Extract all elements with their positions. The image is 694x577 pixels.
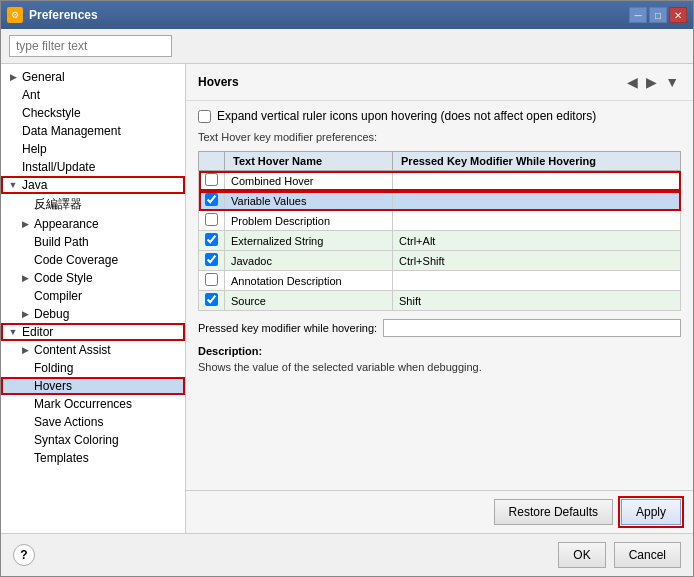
sidebar-item-java[interactable]: ▼ Java bbox=[1, 176, 185, 194]
sidebar-item-build-path[interactable]: Build Path bbox=[1, 233, 185, 251]
search-input[interactable] bbox=[9, 35, 172, 57]
sidebar-item-help[interactable]: Help bbox=[1, 140, 185, 158]
pressed-key-input[interactable] bbox=[383, 319, 681, 337]
sidebar-item-label: Appearance bbox=[34, 217, 99, 231]
title-bar: ⚙ Preferences ─ □ ✕ bbox=[1, 1, 693, 29]
sidebar-item-label: Folding bbox=[34, 361, 73, 375]
arrow-icon: ▶ bbox=[19, 273, 31, 283]
variable-values-name: Variable Values bbox=[225, 191, 393, 211]
expand-label: Expand vertical ruler icons upon hoverin… bbox=[217, 109, 596, 123]
hover-table-container: Text Hover Name Pressed Key Modifier Whi… bbox=[198, 151, 681, 311]
sidebar-item-save-actions[interactable]: Save Actions bbox=[1, 413, 185, 431]
arrow-icon: ▶ bbox=[19, 219, 31, 229]
sidebar-item-folding[interactable]: Folding bbox=[1, 359, 185, 377]
table-row: Source Shift bbox=[199, 291, 681, 311]
table-row: Externalized String Ctrl+Alt bbox=[199, 231, 681, 251]
sidebar-item-label: Compiler bbox=[34, 289, 82, 303]
sidebar-item-debug[interactable]: ▶ Debug bbox=[1, 305, 185, 323]
problem-desc-checkbox[interactable] bbox=[205, 213, 218, 226]
sidebar-item-label: Data Management bbox=[22, 124, 121, 138]
row-checkbox-cell bbox=[199, 291, 225, 311]
sidebar-item-label: Code Style bbox=[34, 271, 93, 285]
search-bar-area bbox=[1, 29, 693, 63]
sidebar-item-mark-occurrences[interactable]: Mark Occurrences bbox=[1, 395, 185, 413]
arrow-icon: ▶ bbox=[19, 345, 31, 355]
sidebar-item-syntax-coloring[interactable]: Syntax Coloring bbox=[1, 431, 185, 449]
text-hover-section-label: Text Hover key modifier preferences: bbox=[198, 131, 681, 143]
sidebar-item-label: Syntax Coloring bbox=[34, 433, 119, 447]
col-modifier-header: Pressed Key Modifier While Hovering bbox=[393, 152, 681, 171]
sidebar-item-label: Install/Update bbox=[22, 160, 95, 174]
maximize-button[interactable]: □ bbox=[649, 7, 667, 23]
annotation-desc-name: Annotation Description bbox=[225, 271, 393, 291]
sidebar-item-label: General bbox=[22, 70, 65, 84]
description-section: Description: Shows the value of the sele… bbox=[198, 345, 681, 373]
sidebar-item-hovers[interactable]: Hovers bbox=[1, 377, 185, 395]
combined-hover-checkbox[interactable] bbox=[205, 173, 218, 186]
row-checkbox-cell bbox=[199, 271, 225, 291]
nav-buttons: ◀ ▶ ▼ bbox=[625, 72, 681, 92]
externalized-string-checkbox[interactable] bbox=[205, 233, 218, 246]
ok-button[interactable]: OK bbox=[558, 542, 605, 568]
javadoc-modifier: Ctrl+Shift bbox=[393, 251, 681, 271]
minimize-button[interactable]: ─ bbox=[629, 7, 647, 23]
sidebar-item-data-management[interactable]: Data Management bbox=[1, 122, 185, 140]
window-icon: ⚙ bbox=[7, 7, 23, 23]
source-checkbox[interactable] bbox=[205, 293, 218, 306]
sidebar-item-editor[interactable]: ▼ Editor bbox=[1, 323, 185, 341]
source-modifier: Shift bbox=[393, 291, 681, 311]
javadoc-name: Javadoc bbox=[225, 251, 393, 271]
annotation-desc-modifier bbox=[393, 271, 681, 291]
sidebar-item-label: Build Path bbox=[34, 235, 89, 249]
sidebar-item-compiler[interactable]: Compiler bbox=[1, 287, 185, 305]
sidebar-item-label: Java bbox=[22, 178, 47, 192]
problem-desc-name: Problem Description bbox=[225, 211, 393, 231]
description-text: Shows the value of the selected variable… bbox=[198, 361, 681, 373]
sidebar-item-code-coverage[interactable]: Code Coverage bbox=[1, 251, 185, 269]
hover-table: Text Hover Name Pressed Key Modifier Whi… bbox=[198, 151, 681, 311]
row-checkbox-cell bbox=[199, 211, 225, 231]
sidebar-item-label: Ant bbox=[22, 88, 40, 102]
sidebar-tree: ▶ General Ant Checkstyle Data Management bbox=[1, 64, 186, 533]
cancel-button[interactable]: Cancel bbox=[614, 542, 681, 568]
restore-defaults-button[interactable]: Restore Defaults bbox=[494, 499, 613, 525]
table-row: Variable Values bbox=[199, 191, 681, 211]
sidebar-item-appearance[interactable]: ▶ Appearance bbox=[1, 215, 185, 233]
sidebar-item-label: Help bbox=[22, 142, 47, 156]
sidebar-item-ant[interactable]: Ant bbox=[1, 86, 185, 104]
sidebar-item-general[interactable]: ▶ General bbox=[1, 68, 185, 86]
sidebar-item-content-assist[interactable]: ▶ Content Assist bbox=[1, 341, 185, 359]
back-button[interactable]: ◀ bbox=[625, 72, 640, 92]
sidebar-item-label: Hovers bbox=[34, 379, 72, 393]
sidebar-item-label: Code Coverage bbox=[34, 253, 118, 267]
table-row: Combined Hover bbox=[199, 171, 681, 191]
table-row: Javadoc Ctrl+Shift bbox=[199, 251, 681, 271]
sidebar-item-fanyiqi[interactable]: 反編譯器 bbox=[1, 194, 185, 215]
sidebar-item-checkstyle[interactable]: Checkstyle bbox=[1, 104, 185, 122]
col-checkbox-header bbox=[199, 152, 225, 171]
sidebar-item-templates[interactable]: Templates bbox=[1, 449, 185, 467]
row-checkbox-cell bbox=[199, 231, 225, 251]
apply-button[interactable]: Apply bbox=[621, 499, 681, 525]
expand-arrow-icon: ▼ bbox=[7, 180, 19, 190]
variable-values-checkbox[interactable] bbox=[205, 193, 218, 206]
ok-cancel-buttons: OK Cancel bbox=[558, 542, 681, 568]
javadoc-checkbox[interactable] bbox=[205, 253, 218, 266]
preferences-window: ⚙ Preferences ─ □ ✕ ▶ General Ant bbox=[0, 0, 694, 577]
expand-checkbox[interactable] bbox=[198, 110, 211, 123]
panel-title: Hovers ◀ ▶ ▼ bbox=[186, 64, 693, 101]
row-checkbox-cell bbox=[199, 191, 225, 211]
help-button[interactable]: ? bbox=[13, 544, 35, 566]
dialog-footer: ? OK Cancel bbox=[1, 533, 693, 576]
sidebar-item-install-update[interactable]: Install/Update bbox=[1, 158, 185, 176]
forward-button[interactable]: ▶ bbox=[644, 72, 659, 92]
dropdown-button[interactable]: ▼ bbox=[663, 72, 681, 92]
right-panel: Hovers ◀ ▶ ▼ Expand vertical ruler icons… bbox=[186, 64, 693, 533]
pressed-key-row: Pressed key modifier while hovering: bbox=[198, 319, 681, 337]
sidebar-item-code-style[interactable]: ▶ Code Style bbox=[1, 269, 185, 287]
expand-checkbox-row: Expand vertical ruler icons upon hoverin… bbox=[198, 109, 681, 123]
externalized-string-modifier: Ctrl+Alt bbox=[393, 231, 681, 251]
sidebar-item-label: Debug bbox=[34, 307, 69, 321]
close-button[interactable]: ✕ bbox=[669, 7, 687, 23]
annotation-desc-checkbox[interactable] bbox=[205, 273, 218, 286]
